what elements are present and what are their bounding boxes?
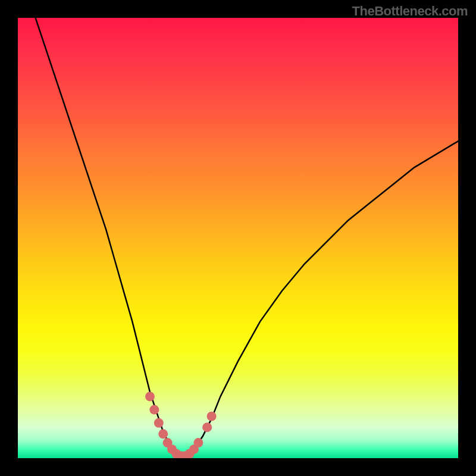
watermark-text: TheBottleneck.com — [352, 4, 468, 19]
curve-layer — [18, 18, 458, 458]
bottleneck-curve — [36, 18, 458, 456]
plot-area — [18, 18, 458, 458]
highlight-dot — [207, 412, 217, 421]
highlight-dot — [149, 405, 159, 415]
highlight-dot — [193, 438, 203, 447]
highlight-dot — [202, 422, 212, 432]
highlight-dot — [154, 418, 164, 428]
highlight-dot — [145, 392, 155, 401]
highlight-dot — [158, 429, 168, 439]
chart-frame: TheBottleneck.com — [0, 0, 476, 476]
highlight-dots — [145, 392, 217, 458]
